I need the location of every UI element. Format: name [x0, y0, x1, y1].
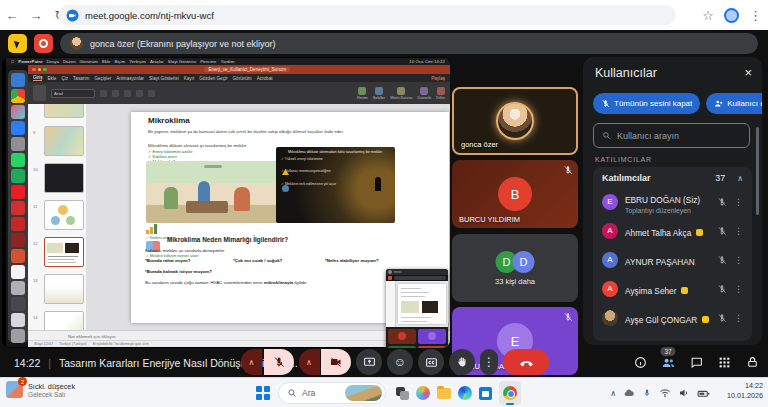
camera-options-chevron[interactable]: ∧ [299, 349, 320, 375]
slide-thumbnail-selected[interactable] [44, 237, 84, 267]
camera-off-button[interactable] [321, 349, 351, 375]
dock-icon-calendar[interactable] [11, 265, 25, 279]
ribbon-tab[interactable]: Giriş [33, 75, 42, 81]
slide-thumbnail[interactable] [44, 104, 84, 118]
ribbon-tab[interactable]: Slayt Gösterisi [149, 76, 179, 81]
dock-icon-trash[interactable] [11, 329, 25, 343]
captions-button[interactable] [418, 349, 444, 375]
screenshare-tile[interactable]:  PowerPoint Dosya Düzen Görünüm Ekle Bi… [2, 57, 450, 348]
video-tile-burcu[interactable]: B BURCU YILDIRIM [452, 160, 578, 228]
more-options-icon[interactable]: ⋮ [734, 197, 743, 207]
participants-group-header[interactable]: Katılımcılar 37 ∧ [593, 167, 752, 187]
panel-scrollbar[interactable] [756, 127, 759, 215]
taskbar-clock[interactable]: 14:22 10.01.2026 [727, 381, 763, 402]
close-traffic-light[interactable] [32, 68, 36, 72]
add-user-button[interactable]: Kullanıcı ekle [706, 93, 762, 114]
mic-tray-icon[interactable] [642, 388, 652, 398]
meeting-details-icon[interactable] [632, 355, 648, 371]
ribbon-button[interactable] [100, 90, 107, 97]
slide-thumbnail-panel[interactable]: 9 10 11 12 [28, 104, 87, 330]
file-explorer-icon[interactable] [437, 388, 451, 399]
activities-grid-icon[interactable] [716, 355, 732, 371]
slide-thumbnail[interactable] [44, 163, 84, 193]
start-button[interactable] [256, 386, 270, 400]
dock-icon-whatsapp[interactable] [11, 153, 25, 167]
dock-icon-settings[interactable] [11, 137, 25, 151]
browser-menu-icon[interactable]: ⋮ [749, 8, 762, 23]
dock-icon-acrobat[interactable] [11, 185, 25, 199]
edge-icon[interactable] [458, 386, 472, 400]
mic-muted-button[interactable] [264, 349, 294, 375]
ribbon-tab[interactable]: Kayıt [184, 76, 194, 81]
taskbar-search[interactable]: Ara [278, 382, 386, 404]
ribbon-tab[interactable]: Tasarım [73, 76, 89, 81]
people-panel-icon[interactable]: 37 [660, 355, 676, 371]
more-options-icon[interactable]: ⋮ [734, 313, 743, 323]
ribbon-button[interactable] [136, 90, 143, 97]
slide-thumbnail[interactable] [44, 311, 84, 330]
reactions-button[interactable]: ☺ [387, 349, 413, 375]
font-select[interactable]: Arial [51, 89, 95, 98]
onedrive-cloud-icon[interactable] [623, 387, 635, 399]
ribbon-tab[interactable]: Acrobat [257, 76, 273, 81]
mute-all-button[interactable]: Tümünün sesini kapat [593, 93, 700, 114]
microsoft-store-icon[interactable] [479, 387, 492, 400]
bookmark-star-icon[interactable]: ☆ [702, 8, 714, 23]
copilot-icon[interactable] [416, 386, 430, 400]
more-options-icon[interactable]: ⋮ [734, 226, 743, 236]
search-input[interactable]: Kullanıcı arayın [593, 123, 750, 148]
slide-thumbnail[interactable] [44, 126, 84, 156]
present-screen-button[interactable] [356, 349, 382, 375]
shapes-button[interactable]: Şekiller [373, 87, 385, 100]
dock-icon[interactable] [11, 121, 25, 135]
end-call-button[interactable] [503, 349, 549, 375]
battery-icon[interactable] [697, 387, 710, 400]
close-icon[interactable]: × [744, 65, 752, 80]
recording-indicator-icon[interactable] [34, 34, 53, 53]
zoom-traffic-light[interactable] [43, 68, 47, 72]
dock-icon-powerpoint[interactable] [11, 249, 25, 263]
dock-icon[interactable] [11, 73, 25, 87]
back-icon[interactable]: ← [0, 8, 24, 23]
chat-icon[interactable] [688, 355, 704, 371]
screenshare-indicator-icon[interactable] [8, 34, 27, 53]
participant-row[interactable]: A AYNUR PAŞAHAN ⋮ [593, 245, 752, 274]
dock-icon[interactable] [11, 313, 25, 327]
minimize-traffic-light[interactable] [38, 68, 42, 72]
task-view-icon[interactable] [396, 387, 409, 400]
tray-chevron-icon[interactable]: ∧ [610, 389, 616, 398]
chrome-taskbar-active[interactable] [499, 381, 521, 405]
dock-icon[interactable] [11, 217, 25, 231]
ribbon-button[interactable] [148, 90, 155, 97]
ribbon-button[interactable] [112, 90, 119, 97]
accessibility-indicator[interactable]: Erişilebilirlik: İncelemeye göz atın [93, 342, 149, 346]
participant-row[interactable]: A Ayşima Seher ⋮ [593, 274, 752, 303]
arrange-button[interactable]: Düzenle [417, 87, 431, 100]
textbox-button[interactable]: Metin Kutusu [390, 87, 412, 100]
ribbon-tab[interactable]: Geçişler [94, 76, 111, 81]
forward-icon[interactable]: → [24, 8, 48, 23]
dock-icon[interactable] [11, 233, 25, 247]
dock-icon[interactable] [11, 201, 25, 215]
video-tile-gonca[interactable]: gonca özer [452, 87, 578, 155]
dock-icon[interactable] [11, 281, 25, 295]
ribbon-tab[interactable]: Gözden Geçir [199, 76, 227, 81]
more-options-button[interactable]: ⋮ [480, 349, 498, 375]
more-options-icon[interactable]: ⋮ [734, 255, 743, 265]
participant-row[interactable]: Ayşe Gül ÇONGAR ⋮ [593, 303, 752, 332]
ribbon-tab[interactable]: Animasyonlar [116, 76, 144, 81]
language-indicator[interactable]: Türkçe (Türkiye) [59, 342, 87, 346]
host-controls-lock-icon[interactable] [744, 355, 760, 371]
more-options-icon[interactable]: ⋮ [734, 284, 743, 294]
wifi-icon[interactable] [659, 387, 671, 399]
pip-window[interactable]: meet [386, 269, 448, 348]
dock-icon[interactable] [11, 105, 25, 119]
dictate-button[interactable]: Dikte [436, 87, 445, 100]
insert-picture-button[interactable]: Resim [357, 87, 368, 100]
share-button[interactable]: Paylaş [431, 76, 445, 81]
ribbon-button[interactable] [124, 90, 131, 97]
dock-icon-chrome[interactable] [11, 89, 25, 103]
volume-icon[interactable] [678, 387, 690, 399]
slide-thumbnail[interactable] [44, 200, 84, 230]
ribbon-tab[interactable]: Görünüm [233, 76, 252, 81]
